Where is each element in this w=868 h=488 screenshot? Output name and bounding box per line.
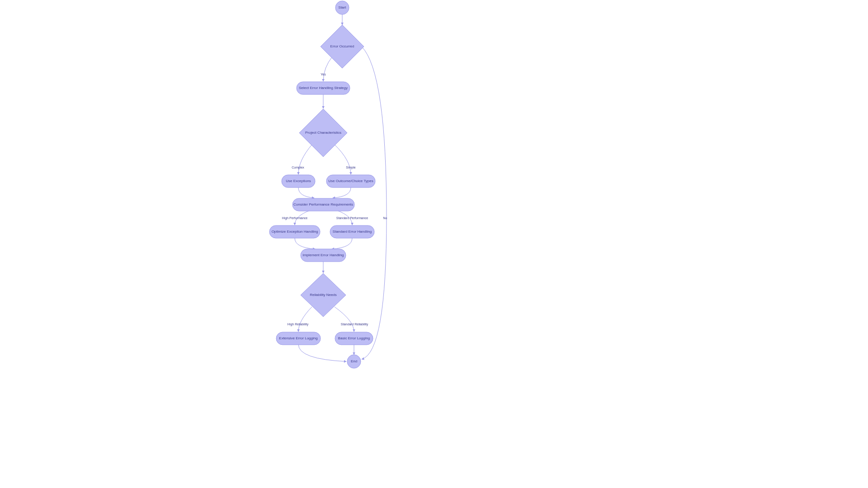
edge-label: No <box>383 216 387 220</box>
node-project-chars: Project Characteristics <box>299 109 347 157</box>
edge <box>298 344 346 361</box>
flowchart-diagram: Yes No Complex Simple High Performance S… <box>0 0 868 488</box>
node-select-strategy: Select Error Handling Strategy <box>297 82 350 94</box>
node-error-occurred-label: Error Occurred <box>330 44 354 48</box>
edge-label: High Reliability <box>288 323 309 326</box>
node-implement-err-label: Implement Error Handling <box>302 253 344 257</box>
node-optimize-exc-label: Optimize Exception Handling <box>272 230 318 234</box>
node-basic-log-label: Basic Error Logging <box>338 336 370 340</box>
edge-label: Complex <box>292 166 304 169</box>
node-extensive-log: Extensive Error Logging <box>276 332 321 345</box>
edge <box>298 188 314 198</box>
node-error-occurred: Error Occurred <box>321 25 364 68</box>
edge <box>335 145 351 174</box>
node-use-exceptions-label: Use Exceptions <box>286 179 311 183</box>
node-implement-err: Implement Error Handling <box>301 249 346 262</box>
edge <box>335 307 354 332</box>
node-consider-perf-label: Consider Performance Requirements <box>293 202 353 206</box>
node-use-outcome: Use Outcome/Choice Types <box>326 175 375 188</box>
edge <box>295 238 315 249</box>
node-project-chars-label: Project Characteristics <box>305 131 341 135</box>
node-start-label: Start <box>339 5 347 9</box>
node-use-exceptions: Use Exceptions <box>282 175 315 188</box>
node-basic-log: Basic Error Logging <box>335 332 373 345</box>
edge <box>333 188 351 198</box>
edge <box>298 307 312 332</box>
node-select-strategy-label: Select Error Handling Strategy <box>299 86 348 90</box>
node-consider-perf: Consider Performance Requirements <box>292 198 354 211</box>
edge-label: Yes <box>321 73 326 76</box>
node-optimize-exc: Optimize Exception Handling <box>269 225 320 238</box>
node-standard-err-label: Standard Error Handling <box>333 230 372 234</box>
edge <box>362 47 387 359</box>
edge-label: Standard Performance <box>336 216 368 220</box>
node-end-label: End <box>351 359 357 363</box>
edge-label: High Performance <box>282 216 308 220</box>
edge <box>323 56 333 81</box>
node-reliability-label: Reliability Needs <box>310 293 337 297</box>
node-standard-err: Standard Error Handling <box>330 225 374 238</box>
edge <box>298 145 312 174</box>
edge-label: Standard Reliability <box>341 323 368 326</box>
edge-label: Simple <box>346 166 356 169</box>
edge <box>332 238 352 249</box>
node-use-outcome-label: Use Outcome/Choice Types <box>328 179 373 183</box>
node-extensive-log-label: Extensive Error Logging <box>279 336 317 340</box>
